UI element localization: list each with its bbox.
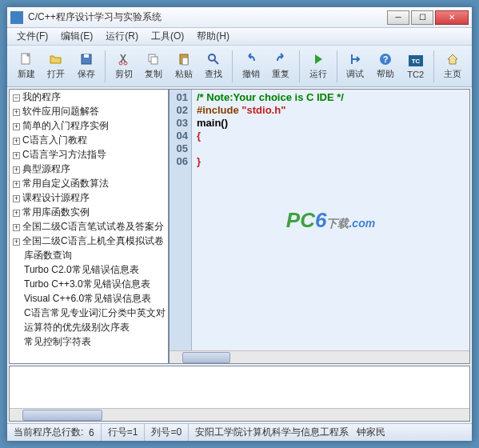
code-content[interactable]: /* Note:Your choice is C IDE */ #include… (192, 90, 469, 350)
svg-point-9 (209, 54, 215, 61)
tree-item[interactable]: +常用自定义函数算法 (10, 176, 168, 190)
code-preproc: #include (197, 104, 241, 116)
tree-item[interactable]: 常见控制字符表 (10, 334, 168, 349)
svg-rect-6 (151, 57, 158, 64)
new-icon (19, 52, 34, 66)
tree-item-label: Turbo C2.0常见错误信息表 (24, 264, 139, 275)
help-button[interactable]: ? 帮助 (371, 48, 400, 85)
toolbar-separator (299, 50, 300, 82)
status-org: 安阳工学院计算机科学与信息工程系 钟家民 (189, 424, 472, 441)
menu-run[interactable]: 运行(R) (99, 28, 145, 45)
tc2-button[interactable]: TC TC2 (401, 48, 430, 85)
tree-item[interactable]: −我的程序 (10, 90, 168, 104)
project-tree[interactable]: −我的程序+软件应用问题解答+简单的入门程序实例+C语言入门教程+C语言学习方法… (10, 90, 170, 363)
line-number: 06 (170, 155, 188, 168)
app-window: C/C++程序设计学习与实验系统 ─ ☐ ✕ 文件(F) 编辑(E) 运行(R)… (6, 6, 473, 442)
tree-item[interactable]: +软件应用问题解答 (10, 104, 168, 118)
svg-text:?: ? (383, 54, 389, 64)
minimize-button[interactable]: ─ (387, 10, 409, 25)
debug-icon (348, 52, 362, 66)
code-comment: /* Note:Your choice is C IDE */ (197, 91, 344, 103)
statusbar: 当前程序总行数: 6 行号=1 列号=0 安阳工学院计算机科学与信息工程系 钟家… (7, 423, 472, 441)
open-icon (49, 52, 63, 66)
line-gutter: 010203040506 (170, 90, 192, 350)
tree-item-label: 运算符的优先级别次序表 (24, 322, 130, 333)
editor-hscrollbar[interactable] (170, 350, 469, 363)
menu-file[interactable]: 文件(F) (10, 28, 54, 45)
expand-icon[interactable]: + (13, 210, 20, 217)
save-button[interactable]: 保存 (72, 48, 101, 85)
tc2-icon: TC (409, 54, 423, 68)
tree-item[interactable]: +课程设计源程序 (10, 190, 168, 205)
maximize-button[interactable]: ☐ (411, 10, 433, 25)
tree-item[interactable]: 库函数查询 (10, 248, 168, 262)
redo-button[interactable]: 重复 (267, 48, 296, 85)
code-editor[interactable]: 010203040506 /* Note:Your choice is C ID… (170, 90, 469, 350)
menubar: 文件(F) 编辑(E) 运行(R) 工具(O) 帮助(H) (7, 28, 472, 46)
paste-button[interactable]: 粘贴 (170, 48, 198, 85)
copy-icon (146, 52, 161, 66)
menu-edit[interactable]: 编辑(E) (54, 28, 99, 45)
tree-item-label: 常用自定义函数算法 (22, 178, 109, 189)
copy-button[interactable]: 复制 (139, 48, 168, 85)
expand-icon[interactable]: + (13, 152, 20, 159)
collapse-icon[interactable]: − (13, 94, 20, 102)
scrollbar-thumb[interactable] (182, 352, 230, 363)
close-button[interactable]: ✕ (435, 10, 469, 25)
tree-item[interactable]: Turbo C2.0常见错误信息表 (10, 262, 168, 277)
window-title: C/C++程序设计学习与实验系统 (28, 10, 387, 24)
tree-item-label: 我的程序 (22, 91, 61, 102)
expand-icon[interactable]: + (13, 138, 20, 145)
find-button[interactable]: 查找 (200, 48, 229, 85)
home-button[interactable]: 主页 (438, 48, 467, 85)
debug-button[interactable]: 调试 (341, 48, 370, 85)
expand-icon[interactable]: + (13, 224, 20, 231)
tree-item[interactable]: +全国二级C语言上机全真模拟试卷 (10, 234, 168, 248)
cut-button[interactable]: 剪切 (110, 48, 138, 85)
tree-item[interactable]: 运算符的优先级别次序表 (10, 320, 168, 334)
tree-item[interactable]: Visual C++6.0常见错误信息表 (10, 291, 168, 306)
tree-item[interactable]: Turbo C++3.0常见错误信息表 (10, 277, 168, 291)
tree-item[interactable]: +典型源程序 (10, 162, 168, 176)
tree-item-label: Visual C++6.0常见错误信息表 (24, 293, 151, 304)
menu-help[interactable]: 帮助(H) (190, 28, 236, 45)
svg-text:TC: TC (411, 58, 420, 65)
tree-item[interactable]: +C语言入门教程 (10, 133, 168, 147)
expand-icon[interactable]: + (13, 109, 20, 116)
output-hscrollbar[interactable] (10, 408, 469, 421)
expand-icon[interactable]: + (13, 238, 20, 246)
expand-icon[interactable]: + (13, 166, 20, 174)
tree-item[interactable]: +常用库函数实例 (10, 205, 168, 219)
code-ident: main() (197, 117, 228, 129)
window-controls: ─ ☐ ✕ (387, 10, 469, 25)
home-icon (445, 52, 460, 66)
tree-item-label: C语言学习方法指导 (22, 149, 106, 160)
undo-button[interactable]: 撤销 (237, 48, 265, 85)
expand-icon[interactable]: + (13, 123, 20, 130)
expand-icon[interactable]: + (13, 181, 20, 188)
scrollbar-thumb[interactable] (22, 410, 102, 421)
svg-rect-2 (84, 54, 89, 58)
toolbar-separator (105, 50, 106, 82)
paste-icon (177, 52, 191, 66)
code-brace: } (197, 155, 201, 167)
menu-tools[interactable]: 工具(O) (145, 28, 190, 45)
titlebar: C/C++程序设计学习与实验系统 ─ ☐ ✕ (7, 7, 472, 28)
tree-item-label: C语言入门教程 (22, 134, 87, 146)
main-area: −我的程序+软件应用问题解答+简单的入门程序实例+C语言入门教程+C语言学习方法… (9, 89, 470, 364)
new-button[interactable]: 新建 (12, 48, 41, 85)
expand-icon[interactable]: + (13, 195, 20, 202)
tree-item[interactable]: C语言常见专业词汇分类中英文对 (10, 306, 168, 320)
toolbar-separator (337, 50, 337, 82)
tree-item[interactable]: +C语言学习方法指导 (10, 147, 168, 162)
tree-item[interactable]: +简单的入门程序实例 (10, 118, 168, 133)
run-button[interactable]: 运行 (304, 48, 333, 85)
open-button[interactable]: 打开 (42, 48, 71, 85)
output-panel[interactable] (9, 366, 470, 422)
tree-item-label: 课程设计源程序 (22, 192, 90, 203)
app-icon (10, 11, 23, 24)
toolbar-separator (433, 50, 434, 82)
tree-item[interactable]: +全国二级C语言笔试试卷及答案分 (10, 219, 168, 234)
status-linecount: 当前程序总行数: 6 (7, 424, 102, 441)
svg-rect-8 (182, 58, 188, 65)
